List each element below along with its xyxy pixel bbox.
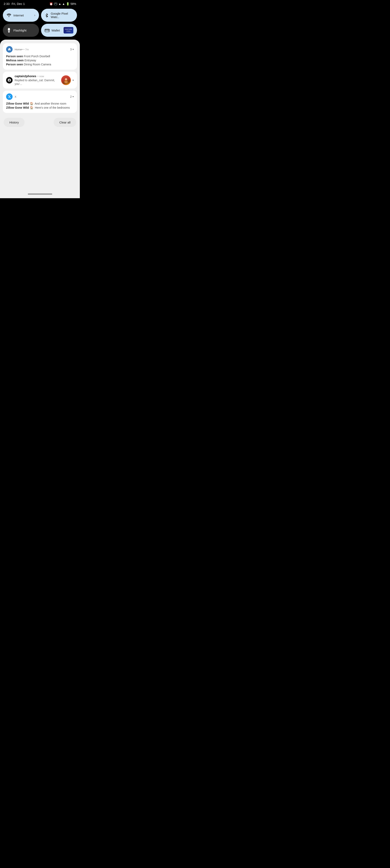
- status-date: Fri, Dec 1: [11, 2, 25, 5]
- bluetooth-tile-icon: [45, 13, 49, 18]
- threads-avatar-image: [62, 76, 70, 85]
- svg-rect-5: [45, 30, 49, 30]
- x-app-icon: [6, 93, 12, 100]
- x-notification-card[interactable]: X 2 ▾ Zillow Gone Wild 🏠 And another thr…: [3, 91, 77, 113]
- x-count-number: 2: [70, 95, 72, 98]
- x-notif-row-2: Zillow Gone Wild 🏠 Here's one of the bed…: [6, 106, 74, 109]
- threads-dot: •: [37, 75, 38, 78]
- svg-point-6: [48, 30, 49, 31]
- svg-rect-3: [9, 30, 9, 31]
- home-notif-row-1: Person seen Front Porch Doorbell: [6, 55, 74, 58]
- signal-icon: ▲: [62, 2, 65, 5]
- threads-content: captain2phones • now Replied to abelian_…: [14, 74, 59, 86]
- status-left: 2:33 Fri, Dec 1: [4, 2, 25, 5]
- x-notif-row-1: Zillow Gone Wild 🏠 And another throne ro…: [6, 102, 74, 105]
- wallet-label: Wallet: [52, 29, 60, 32]
- home-chevron-down-icon: ▾: [72, 48, 74, 51]
- action-buttons: History Clear all: [3, 115, 77, 130]
- x-row2-bold: Zillow Gone Wild 🏠: [6, 106, 33, 109]
- x-row2-normal: Here's one of the bedrooms: [34, 106, 70, 109]
- home-notif-time-value: 7m: [25, 48, 29, 51]
- home-notification-card[interactable]: Home • • 7m 3 ▾ Person seen Front Porch …: [3, 43, 77, 70]
- svg-rect-0: [8, 28, 10, 29]
- x-row1-normal: And another throne room: [34, 102, 66, 105]
- home-indicator-bar[interactable]: [28, 193, 52, 194]
- threads-avatar: [61, 75, 71, 85]
- svg-rect-1: [8, 29, 10, 29]
- internet-label: Internet: [13, 13, 24, 17]
- wallet-tile[interactable]: Wallet VENTURE VISA: [41, 24, 77, 37]
- x-chevron-down-icon: ▾: [72, 95, 74, 98]
- flashlight-tile[interactable]: Flashlight: [3, 24, 39, 37]
- home-row2-normal: Entryway: [24, 59, 36, 62]
- threads-expand[interactable]: ▾: [72, 79, 74, 82]
- empty-space: [3, 130, 77, 191]
- wifi-tile-icon: [6, 13, 11, 18]
- home-app-icon: [6, 46, 12, 53]
- home-count-number: 3: [70, 48, 72, 51]
- threads-chevron-down-icon: ▾: [72, 79, 74, 82]
- quick-tiles: Internet › Google Pixel Watc.. Flashligh…: [0, 7, 80, 40]
- home-notif-header: Home • • 7m 3 ▾: [6, 46, 74, 53]
- home-row1-normal: Front Porch Doorbell: [24, 55, 50, 58]
- wifi-status-icon: ▲: [58, 2, 61, 5]
- home-notif-row-2: Melissa seen Entryway: [6, 59, 74, 62]
- history-button[interactable]: History: [4, 118, 25, 127]
- home-dot: •: [22, 48, 23, 51]
- internet-tile[interactable]: Internet ›: [3, 9, 39, 22]
- x-notif-count[interactable]: 2 ▾: [70, 95, 74, 98]
- internet-chevron-icon: ›: [34, 13, 35, 17]
- notification-panel: Home • • 7m 3 ▾ Person seen Front Porch …: [0, 40, 80, 191]
- svg-rect-4: [45, 29, 49, 32]
- card-text: VENTURE: [65, 29, 72, 30]
- threads-username: captain2phones: [14, 74, 36, 78]
- clear-all-button[interactable]: Clear all: [54, 118, 76, 127]
- alarm-icon: ⏰: [49, 2, 53, 5]
- home-app-name: Home: [14, 48, 22, 51]
- home-row2-bold: Melissa seen: [6, 59, 24, 62]
- bottom-indicator: [0, 191, 80, 198]
- bluetooth-tile[interactable]: Google Pixel Watc..: [41, 9, 77, 22]
- home-row3-bold: Person seen: [6, 63, 23, 66]
- bluetooth-label: Google Pixel Watc..: [51, 12, 73, 19]
- x-app-name: X: [14, 95, 17, 98]
- svg-rect-9: [65, 80, 67, 81]
- vibrate-icon: 📳: [54, 2, 57, 5]
- flashlight-label: Flashlight: [13, 29, 26, 32]
- battery-percent: 58%: [70, 2, 76, 5]
- wallet-tile-icon: [45, 28, 50, 33]
- flashlight-tile-icon: [6, 28, 11, 33]
- battery-icon: 🔋: [66, 2, 69, 5]
- threads-app-icon: [6, 77, 12, 84]
- status-right: ⏰ 📳 ▲ ▲ 🔋 58%: [49, 2, 76, 5]
- threads-time: now: [39, 75, 44, 78]
- threads-notification-card[interactable]: captain2phones • now Replied to abelian_…: [3, 72, 77, 89]
- x-row1-bold: Zillow Gone Wild 🏠: [6, 102, 33, 105]
- home-row3-normal: Dining Room Camera: [24, 63, 51, 66]
- status-bar: 2:33 Fri, Dec 1 ⏰ 📳 ▲ ▲ 🔋 58%: [0, 0, 80, 7]
- home-notif-count[interactable]: 3 ▾: [70, 48, 74, 51]
- x-notif-header: X 2 ▾: [6, 93, 74, 100]
- visa-text: VISA: [66, 30, 71, 32]
- wallet-card-image: VENTURE VISA: [64, 27, 73, 33]
- home-notif-time: •: [23, 48, 24, 51]
- status-time: 2:33: [4, 2, 9, 5]
- home-row1-bold: Person seen: [6, 55, 23, 58]
- home-notif-row-3: Person seen Dining Room Camera: [6, 63, 74, 66]
- threads-message: Replied to abelian_cat: Dammit, you'...: [14, 79, 55, 86]
